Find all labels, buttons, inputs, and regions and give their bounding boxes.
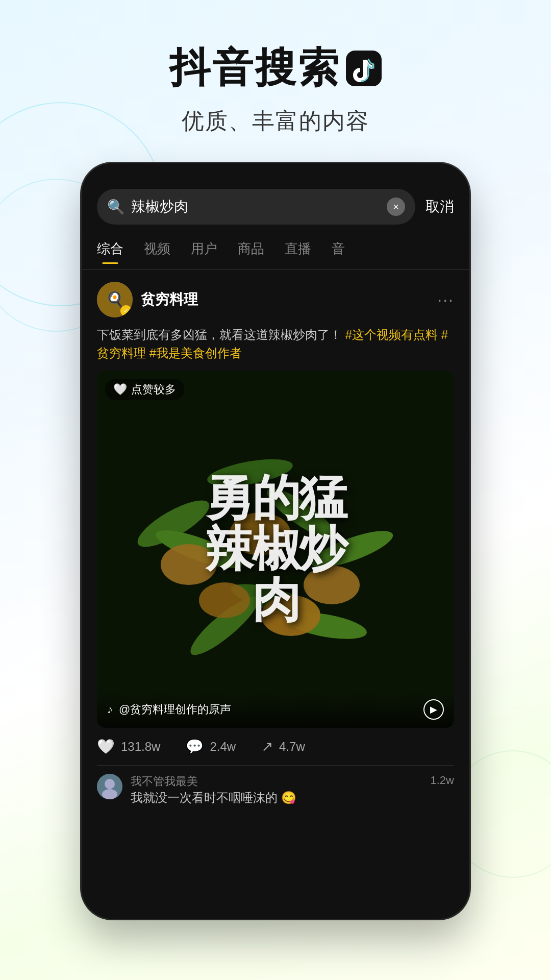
comment-like-count: 1.2w xyxy=(431,774,454,787)
author-name[interactable]: 贫穷料理 xyxy=(141,290,198,309)
tab-商品[interactable]: 商品 xyxy=(238,240,264,264)
svg-point-19 xyxy=(105,779,115,789)
post-description: 下饭菜到底有多凶猛，就看这道辣椒炒肉了！ xyxy=(97,328,342,341)
heart-engage-icon: 🤍 xyxy=(97,738,115,755)
search-icon: 🔍 xyxy=(107,199,125,215)
play-button[interactable]: ▶ xyxy=(423,699,444,720)
likes-value: 131.8w xyxy=(121,740,160,754)
phone-mockup: 🔍 辣椒炒肉 × 取消 综合 视频 用户 商品 直播 音 xyxy=(82,163,469,919)
author-info: 🍳 ✓ 贫穷料理 xyxy=(97,282,198,317)
more-options-icon[interactable]: ··· xyxy=(437,290,454,309)
phone-frame: 🔍 辣椒炒肉 × 取消 综合 视频 用户 商品 直播 音 xyxy=(82,163,469,919)
tiktok-logo-icon xyxy=(346,51,382,86)
cancel-search-button[interactable]: 取消 xyxy=(425,197,454,216)
search-tabs: 综合 视频 用户 商品 直播 音 xyxy=(82,235,469,270)
tab-直播[interactable]: 直播 xyxy=(285,240,311,264)
search-query-text: 辣椒炒肉 xyxy=(131,197,381,216)
hashtag-3[interactable]: #我是美食创作者 xyxy=(149,346,242,360)
commenter-avatar xyxy=(97,774,122,799)
header-section: 抖音搜索 优质、丰富的内容 xyxy=(0,0,551,157)
post-text: 下饭菜到底有多凶猛，就看这道辣椒炒肉了！ #这个视频有点料 #贫穷料理 #我是美… xyxy=(97,326,454,362)
search-input-wrapper[interactable]: 🔍 辣椒炒肉 × xyxy=(97,189,415,225)
title-text: 抖音搜索 xyxy=(169,41,341,96)
video-footer: ♪ @贫穷料理创作的原声 ▶ xyxy=(97,691,454,728)
comment-body: 我就没一次看时不咽唾沫的 😋 xyxy=(131,789,422,806)
clear-search-button[interactable]: × xyxy=(387,198,405,216)
commenter-name: 我不管我最美 xyxy=(131,774,422,789)
phone-inner: 🔍 辣椒炒肉 × 取消 综合 视频 用户 商品 直播 音 xyxy=(82,163,469,919)
comments-value: 2.4w xyxy=(210,740,236,754)
author-avatar[interactable]: 🍳 ✓ xyxy=(97,282,133,317)
tiktok-svg xyxy=(346,52,382,86)
comment-text-area: 我不管我最美 我就没一次看时不咽唾沫的 😋 xyxy=(131,774,422,806)
engagement-row: 🤍 131.8w 💬 2.4w ↗ 4.7w xyxy=(97,728,454,765)
shares-value: 4.7w xyxy=(279,740,305,754)
tab-音乐[interactable]: 音 xyxy=(332,240,345,264)
calligraphy-text: 勇的猛辣椒炒肉 xyxy=(205,473,346,625)
comment-engage-icon: 💬 xyxy=(186,738,204,755)
comments-count[interactable]: 💬 2.4w xyxy=(186,738,236,755)
verified-badge: ✓ xyxy=(120,305,132,316)
commenter-avatar-svg xyxy=(97,774,122,799)
audio-text: @贫穷料理创作的原声 xyxy=(119,702,417,717)
app-content: 🔍 辣椒炒肉 × 取消 综合 视频 用户 商品 直播 音 xyxy=(82,163,469,919)
shares-count[interactable]: ↗ 4.7w xyxy=(261,738,305,755)
svg-point-20 xyxy=(102,789,117,799)
comment-preview: 我不管我最美 我就没一次看时不咽唾沫的 😋 1.2w xyxy=(97,765,454,815)
hashtag-1[interactable]: #这个视频有点料 xyxy=(345,328,438,341)
calligraphy-overlay: 勇的猛辣椒炒肉 xyxy=(97,371,454,728)
tab-用户[interactable]: 用户 xyxy=(191,240,217,264)
svg-text:🍳: 🍳 xyxy=(106,290,125,309)
app-title: 抖音搜索 xyxy=(0,41,551,96)
tiktok-small-icon: ♪ xyxy=(107,703,113,716)
app-subtitle: 优质、丰富的内容 xyxy=(0,106,551,136)
likes-count[interactable]: 🤍 131.8w xyxy=(97,738,160,755)
video-thumbnail[interactable]: 🤍 点赞较多 勇的猛辣椒炒肉 ♪ @贫穷料理创作的原声 xyxy=(97,371,454,728)
search-bar-area: 🔍 辣椒炒肉 × 取消 xyxy=(82,163,469,235)
tab-视频[interactable]: 视频 xyxy=(144,240,170,264)
share-engage-icon: ↗ xyxy=(261,738,273,755)
author-row: 🍳 ✓ 贫穷料理 ··· xyxy=(97,270,454,326)
search-results-area: 🍳 ✓ 贫穷料理 ··· 下饭菜到底有多凶猛，就看这道辣椒炒肉了！ xyxy=(82,270,469,919)
tab-综合[interactable]: 综合 xyxy=(97,240,123,264)
